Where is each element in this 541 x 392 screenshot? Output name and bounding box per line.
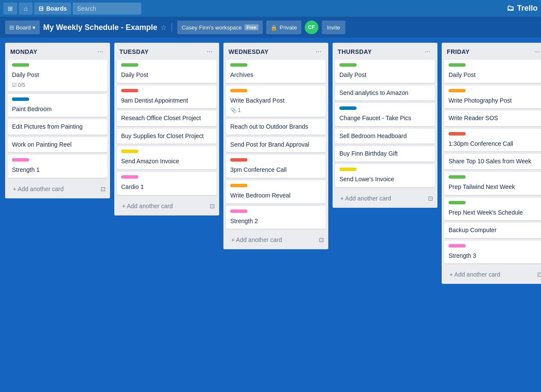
table-row[interactable]: Send Post for Brand Approval✎ — [226, 137, 326, 153]
table-row[interactable]: Send Lowe's Invoice✎ — [335, 164, 435, 187]
card-title: Daily Post — [339, 71, 431, 80]
card-label-green — [230, 63, 247, 67]
table-row[interactable]: Archives✎ — [226, 60, 326, 83]
list-menu-btn-monday[interactable]: ··· — [96, 47, 105, 56]
avatar[interactable]: CF — [305, 21, 318, 34]
table-row[interactable]: Write Bedroom Reveal✎ — [226, 180, 326, 203]
list-title-tuesday: TUESDAY — [119, 48, 149, 55]
card-label-orange — [449, 89, 466, 92]
table-row[interactable]: Sell Bedroom Headboard✎ — [335, 129, 435, 144]
card-title: 1:30pm Conference Call — [449, 140, 540, 148]
lock-icon: 🔒 — [270, 24, 277, 31]
table-row[interactable]: Daily Post✎ — [335, 60, 435, 83]
table-row[interactable]: Reseach Office Closet Project✎ — [117, 111, 217, 126]
table-row[interactable]: Work on Painting Reel✎ — [8, 137, 107, 153]
card-title: Write Reader SOS — [449, 114, 540, 123]
search-input[interactable] — [73, 3, 141, 15]
list-thursday: THURSDAY···Daily Post✎Send analytics to … — [333, 43, 437, 208]
table-row[interactable]: Reach out to Outdoor Brands✎ — [226, 119, 326, 135]
card-template-btn[interactable]: ⊡ — [426, 193, 435, 203]
card-template-btn[interactable]: ⊡ — [535, 269, 541, 280]
board-menu-btn[interactable]: ⊟ Board ▾ — [5, 21, 40, 34]
chevron-down-icon: ▾ — [33, 24, 36, 31]
workspace-btn[interactable]: Casey Finn's workspace Free — [177, 21, 263, 34]
list-wednesday: WEDNESDAY···Archives✎Write Backyard Post… — [223, 43, 328, 249]
board-menu-icon: ⊟ — [9, 24, 14, 31]
table-row[interactable]: Buy Supplies for Closet Project✎ — [117, 129, 217, 144]
table-row[interactable]: Change Faucet - Take Pics✎ — [335, 103, 435, 126]
table-row[interactable]: 1:30pm Conference Call✎ — [444, 129, 541, 152]
card-title: Work on Painting Reel — [12, 141, 103, 149]
card-label-red — [230, 158, 247, 162]
trello-label: Trello — [517, 4, 538, 13]
add-card-row-wednesday: + Add another card⊡ — [223, 231, 328, 249]
list-menu-btn-wednesday[interactable]: ··· — [314, 47, 323, 56]
list-menu-btn-friday[interactable]: ··· — [532, 47, 541, 56]
invite-btn[interactable]: Invite — [322, 21, 345, 34]
list-title-wednesday: WEDNESDAY — [229, 48, 269, 55]
free-badge: Free — [244, 24, 259, 30]
card-label-pink — [449, 244, 466, 248]
add-card-row-friday: + Add another card⊡ — [442, 266, 541, 284]
list-cards-tuesday: Daily Post✎9am Dentist Appointment✎Resea… — [114, 60, 219, 197]
card-label-orange — [230, 89, 247, 92]
card-title: Send Amazon Invoice — [121, 157, 212, 166]
table-row[interactable]: Prep Next Week's Schedule✎ — [444, 197, 541, 221]
table-row[interactable]: Edit Pictures from Painting✎ — [8, 119, 107, 135]
list-menu-btn-thursday[interactable]: ··· — [423, 47, 432, 56]
add-card-btn[interactable]: + Add another card — [444, 268, 535, 281]
table-row[interactable]: Strength 1✎ — [8, 155, 107, 178]
list-title-monday: MONDAY — [10, 48, 37, 55]
table-row[interactable]: 3pm Conference Call✎ — [226, 155, 326, 178]
card-title: Write Photography Post — [449, 97, 540, 105]
table-row[interactable]: Daily Post✎ — [117, 60, 217, 83]
table-row[interactable]: Daily Post☑0/5✎ — [8, 60, 107, 91]
table-row[interactable]: Share Top 10 Sales from Week✎ — [444, 154, 541, 169]
star-btn[interactable]: ☆ — [161, 24, 166, 32]
checklist-icon: ☑ — [12, 82, 17, 88]
table-row[interactable]: Strength 3✎ — [444, 241, 541, 264]
list-menu-btn-tuesday[interactable]: ··· — [205, 47, 214, 56]
list-title-friday: FRIDAY — [447, 48, 470, 55]
boards-btn[interactable]: ⊟ Boards — [34, 3, 71, 15]
card-label-blue — [12, 97, 29, 101]
header-separator — [172, 23, 172, 32]
table-row[interactable]: Write Reader SOS✎ — [444, 111, 541, 126]
card-template-btn[interactable]: ⊡ — [208, 201, 217, 211]
add-card-btn[interactable]: + Add another card — [226, 233, 317, 247]
list-monday: MONDAY···Daily Post☑0/5✎Paint Bedroom✎Ed… — [5, 43, 110, 198]
table-row[interactable]: Backup Computer✎ — [444, 223, 541, 238]
table-row[interactable]: Paint Bedroom✎ — [8, 94, 107, 117]
card-meta: ☑0/5 — [12, 82, 103, 88]
card-label-green — [121, 63, 138, 67]
card-label-green — [449, 201, 466, 204]
card-template-btn[interactable]: ⊡ — [99, 184, 107, 194]
table-row[interactable]: Send analytics to Amazon✎ — [335, 85, 435, 101]
table-row[interactable]: Strength 2✎ — [226, 206, 326, 229]
add-card-btn[interactable]: + Add another card — [8, 182, 99, 196]
add-card-row-tuesday: + Add another card⊡ — [114, 197, 219, 215]
table-row[interactable]: Cardio 1✎ — [117, 172, 217, 195]
table-row[interactable]: 9am Dentist Appointment✎ — [117, 85, 217, 109]
table-row[interactable]: Prep Tailwind Next Week✎ — [444, 172, 541, 195]
table-row[interactable]: Buy Finn Birthday Gift✎ — [335, 146, 435, 162]
attachment-icon: 📎 — [230, 107, 237, 113]
apps-icon-btn[interactable]: ⌂ — [19, 3, 33, 15]
add-card-btn[interactable]: + Add another card — [117, 199, 208, 213]
home-icon-btn[interactable]: ⊞ — [3, 3, 17, 15]
card-title: 3pm Conference Call — [230, 166, 321, 174]
table-row[interactable]: Send Amazon Invoice✎ — [117, 146, 217, 169]
table-row[interactable]: Write Backyard Post📎1✎ — [226, 85, 326, 117]
add-card-btn[interactable]: + Add another card — [335, 192, 426, 205]
list-header-wednesday: WEDNESDAY··· — [223, 43, 328, 60]
table-row[interactable]: Daily Post✎ — [444, 60, 541, 83]
trello-logo: 🗂 Trello — [507, 4, 538, 13]
list-tuesday: TUESDAY···Daily Post✎9am Dentist Appoint… — [114, 43, 219, 215]
card-title: Send Post for Brand Approval — [230, 141, 321, 149]
list-cards-wednesday: Archives✎Write Backyard Post📎1✎Reach out… — [223, 60, 328, 231]
private-btn[interactable]: 🔒 Private — [266, 21, 301, 34]
table-row[interactable]: Write Photography Post✎ — [444, 85, 541, 109]
card-checklist: ☑0/5 — [12, 82, 25, 88]
card-label-green — [449, 63, 466, 67]
card-template-btn[interactable]: ⊡ — [317, 235, 326, 245]
